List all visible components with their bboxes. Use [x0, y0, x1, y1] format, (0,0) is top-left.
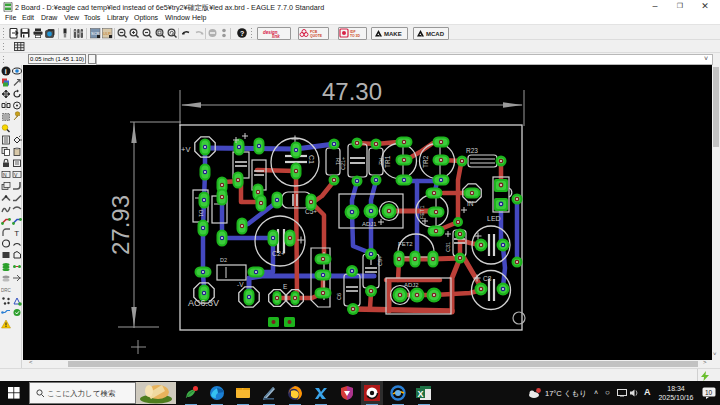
- svg-text:X: X: [418, 389, 424, 399]
- svg-text:C9+: C9+: [377, 256, 383, 266]
- svg-text:E: E: [283, 283, 288, 290]
- svg-text:N: N: [3, 172, 7, 178]
- svg-text:LED: LED: [487, 215, 501, 222]
- svg-text:IN: IN: [467, 200, 474, 207]
- svg-text:C1: C1: [308, 155, 315, 164]
- svg-text:ADJ1: ADJ1: [362, 221, 377, 227]
- svg-text:ULP: ULP: [103, 31, 111, 36]
- svg-text:MAKE: MAKE: [384, 31, 402, 37]
- svg-text:i: i: [5, 68, 7, 75]
- svg-text:-V: -V: [237, 281, 244, 288]
- svg-text:D2: D2: [220, 257, 227, 263]
- svg-text:10: 10: [705, 389, 713, 396]
- svg-text:QUOTE: QUOTE: [310, 34, 323, 38]
- svg-text:R23: R23: [466, 147, 478, 154]
- svg-text:FET2: FET2: [398, 241, 413, 247]
- svg-text:C21+: C21+: [340, 157, 346, 170]
- svg-text:D1: D1: [198, 210, 204, 217]
- svg-text:TR1: TR1: [384, 155, 391, 168]
- svg-text:C31: C31: [445, 242, 451, 252]
- svg-text:SCR: SCR: [91, 31, 100, 36]
- svg-text:C6: C6: [336, 293, 342, 300]
- svg-text:27.93: 27.93: [107, 195, 134, 255]
- svg-text:T: T: [14, 229, 19, 238]
- svg-text:DRC: DRC: [1, 288, 11, 293]
- svg-text:TO 3D: TO 3D: [350, 34, 360, 38]
- svg-text:TR2: TR2: [422, 155, 429, 168]
- svg-text:C2+: C2+: [272, 250, 285, 257]
- svg-text:AC6.3V: AC6.3V: [188, 298, 219, 308]
- svg-text:?: ?: [240, 30, 244, 37]
- svg-text:C8: C8: [483, 275, 492, 282]
- svg-text:MCAD: MCAD: [426, 31, 445, 37]
- svg-text:47.30: 47.30: [322, 78, 382, 105]
- svg-text:FET1: FET1: [419, 206, 425, 219]
- svg-text:link: link: [272, 34, 280, 39]
- svg-text:ADJ2: ADJ2: [404, 282, 419, 288]
- svg-text:+V: +V: [181, 145, 190, 154]
